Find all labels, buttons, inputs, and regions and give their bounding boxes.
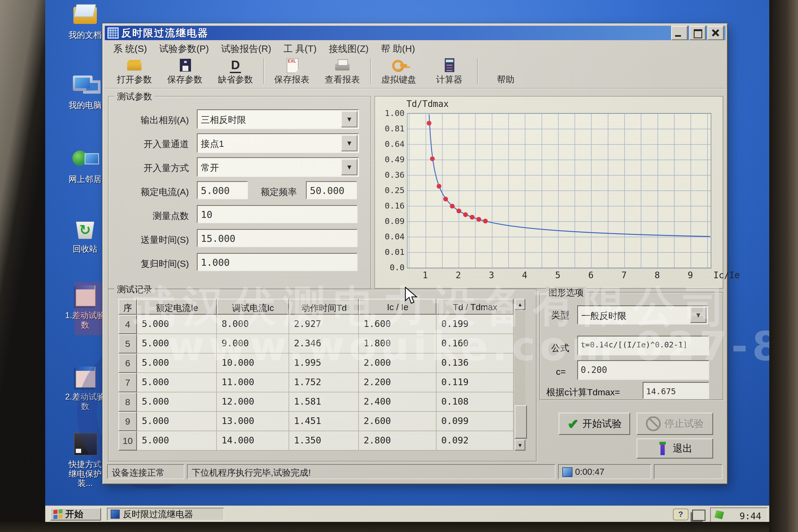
table-row[interactable]: 105.00014.0001.3502.8000.092 bbox=[118, 431, 514, 451]
scroll-up-button[interactable]: ▲ bbox=[515, 299, 525, 310]
ic-recycle-icon bbox=[71, 216, 99, 243]
menu-item-3[interactable]: 工 具(T) bbox=[279, 42, 321, 56]
system-tray: 9:44 bbox=[710, 508, 768, 522]
table-row[interactable]: 85.00012.0001.5812.4000.108 bbox=[118, 392, 514, 412]
field-label: 输出相别(A) bbox=[109, 114, 189, 126]
mouse-cursor bbox=[404, 287, 421, 306]
inject-time-field[interactable]: 15.000 bbox=[197, 229, 358, 247]
windows-logo-icon bbox=[54, 509, 62, 519]
curve-type-combo[interactable]: 一般反时限 ▼ bbox=[577, 305, 708, 324]
field-label: 测量点数 bbox=[109, 210, 189, 222]
desktop-icon-network-places[interactable]: 网上邻居 bbox=[61, 146, 109, 184]
records-scrollbar[interactable]: ▲ ▼ bbox=[515, 299, 525, 451]
desktop-icon-test-data-1[interactable]: 1.差动试验 数 bbox=[61, 283, 109, 329]
input-channel-combo[interactable]: 接点1▼ bbox=[197, 133, 359, 153]
measure-points-field[interactable]: 10 bbox=[197, 205, 358, 223]
table-row[interactable]: 65.00010.0001.9952.0000.136 bbox=[118, 354, 514, 373]
reset-time-field[interactable]: 1.000 bbox=[197, 253, 358, 271]
toolbar: 打开参数保存参数D缺省参数保存报表查看报表虚拟键盘计算器帮助 bbox=[105, 57, 725, 89]
virtual-keyboard-button[interactable]: 虚拟键盘 bbox=[374, 57, 424, 88]
input-mode-combo[interactable]: 常开▼ bbox=[197, 157, 359, 177]
ic-appwin-icon bbox=[71, 283, 99, 309]
table-row[interactable]: 75.00011.0001.7522.2000.119 bbox=[118, 373, 514, 392]
field-label: 开入量方式 bbox=[109, 162, 189, 174]
default-params-button[interactable]: D缺省参数 bbox=[210, 57, 261, 88]
desktop-icon-label: 网上邻居 bbox=[61, 174, 109, 184]
c-value-field[interactable]: 0.200 bbox=[577, 360, 709, 380]
column-header-4[interactable]: Ic / Ie bbox=[359, 299, 437, 315]
open-params-button[interactable]: 打开参数 bbox=[109, 57, 159, 88]
menu-item-2[interactable]: 试验报告(R) bbox=[217, 42, 276, 56]
test-params-groupbox: 测试参数 输出相别(A)三相反时限▼开入量通道接点1▼开入量方式常开▼额定电流(… bbox=[108, 96, 371, 289]
monitor-bezel-right bbox=[769, 0, 798, 532]
menu-bar: 系 统(S)试验参数(P)试验报告(R)工 具(T)接线图(Z)帮 助(H) bbox=[105, 42, 725, 56]
check-icon: ✔ bbox=[567, 416, 579, 432]
column-header-0[interactable]: 序号 bbox=[118, 299, 137, 315]
calculator-button[interactable]: 计算器 bbox=[424, 57, 475, 88]
start-button[interactable]: 开始 bbox=[50, 508, 101, 520]
rated-frequency-field[interactable]: 50.000 bbox=[306, 181, 357, 199]
ic-appwin2-icon bbox=[71, 364, 99, 391]
timer-icon bbox=[562, 467, 572, 477]
column-header-5[interactable]: Td / Tdmax bbox=[437, 299, 514, 315]
desktop-icon-label: 1.差动试验 数 bbox=[61, 311, 109, 329]
table-row[interactable]: 95.00013.0001.4512.6000.099 bbox=[118, 412, 514, 431]
menu-item-1[interactable]: 试验参数(P) bbox=[155, 42, 213, 56]
desktop-icon-relay-shortcut[interactable]: 快捷方式 继电保护装... bbox=[61, 432, 109, 488]
column-header-1[interactable]: 额定电流Ie bbox=[137, 299, 217, 315]
stop-test-button[interactable]: 停止试验 bbox=[636, 413, 713, 435]
chevron-down-icon[interactable]: ▼ bbox=[341, 135, 358, 151]
desktop-icon-my-documents[interactable]: 我的文档 bbox=[61, 2, 109, 40]
scrollbar-thumb[interactable] bbox=[515, 405, 527, 439]
ic-mycomp-icon bbox=[71, 72, 99, 99]
scroll-down-button[interactable]: ▼ bbox=[515, 439, 525, 451]
ico-help bbox=[496, 58, 515, 73]
tray-windows-icon[interactable] bbox=[692, 510, 705, 521]
ico-doc bbox=[283, 58, 301, 73]
ic-mydocs-icon bbox=[71, 2, 99, 29]
chart-plot-area bbox=[407, 113, 711, 268]
view-report-button[interactable]: 查看报表 bbox=[317, 57, 367, 88]
taskbar-item-app[interactable]: 反时限过流继电器 bbox=[107, 508, 224, 520]
menu-item-4[interactable]: 接线图(Z) bbox=[324, 42, 373, 56]
rated-current-field[interactable]: 5.000 bbox=[197, 181, 248, 199]
desktop-icon-label: 回收站 bbox=[61, 244, 109, 254]
close-button[interactable] bbox=[707, 26, 724, 40]
tdmax-value-field[interactable]: 14.675 bbox=[643, 382, 709, 399]
help-button[interactable]: 帮助 bbox=[480, 57, 531, 88]
monitor-bezel-bottom bbox=[0, 522, 798, 532]
graph-options-groupbox: 图形选项 类型 一般反时限 ▼ 公式 t=0.14c/[(I/Ie)^0.02-… bbox=[539, 292, 723, 400]
formula-field[interactable]: t=0.14c/[(I/Ie)^0.02-1] bbox=[577, 336, 709, 355]
status-spacer bbox=[654, 464, 722, 479]
status-message: 下位机程序执行完毕,试验完成! bbox=[187, 464, 555, 479]
tray-green-icon[interactable] bbox=[715, 510, 724, 519]
maximize-button[interactable] bbox=[689, 26, 706, 40]
taskbar-clock: 9:44 bbox=[740, 511, 761, 521]
desktop-icon-my-computer[interactable]: 我的电脑 bbox=[61, 72, 109, 110]
table-row[interactable]: 45.0008.0002.9271.6000.199 bbox=[118, 315, 514, 334]
status-timer: 0:00:47 bbox=[558, 464, 651, 479]
desktop-icon-test-data-2[interactable]: 2.差动试验 数 bbox=[61, 364, 109, 411]
desktop-icon-label: 2.差动试验 数 bbox=[61, 392, 109, 411]
column-header-3[interactable]: 动作时间Td bbox=[289, 299, 359, 315]
menu-item-5[interactable]: 帮 助(H) bbox=[377, 42, 419, 56]
chevron-down-icon[interactable]: ▼ bbox=[341, 111, 358, 128]
start-test-button[interactable]: ✔ 开始试验 bbox=[558, 413, 630, 435]
chevron-down-icon[interactable]: ▼ bbox=[341, 159, 358, 175]
ico-calc bbox=[440, 58, 459, 73]
exit-button[interactable]: 退出 bbox=[636, 438, 713, 459]
minimize-button[interactable] bbox=[671, 26, 688, 40]
save-params-button[interactable]: 保存参数 bbox=[159, 57, 210, 88]
save-report-button[interactable]: 保存报表 bbox=[267, 57, 317, 88]
column-header-2[interactable]: 调试电流Ic bbox=[217, 299, 289, 315]
menu-item-0[interactable]: 系 统(S) bbox=[109, 42, 151, 56]
chevron-down-icon[interactable]: ▼ bbox=[690, 307, 706, 323]
toolbar-separator bbox=[263, 58, 264, 84]
desktop-icon-label: 我的文档 bbox=[61, 30, 109, 40]
type-label: 类型 bbox=[551, 309, 569, 321]
table-row[interactable]: 55.0009.0002.3461.8000.160 bbox=[118, 334, 514, 354]
tray-help-icon[interactable]: ? bbox=[673, 509, 688, 520]
desktop-icon-recycle-bin[interactable]: 回收站 bbox=[61, 216, 109, 254]
output-phase-combo[interactable]: 三相反时限▼ bbox=[197, 109, 359, 129]
curve-type-value: 一般反时限 bbox=[581, 310, 626, 322]
